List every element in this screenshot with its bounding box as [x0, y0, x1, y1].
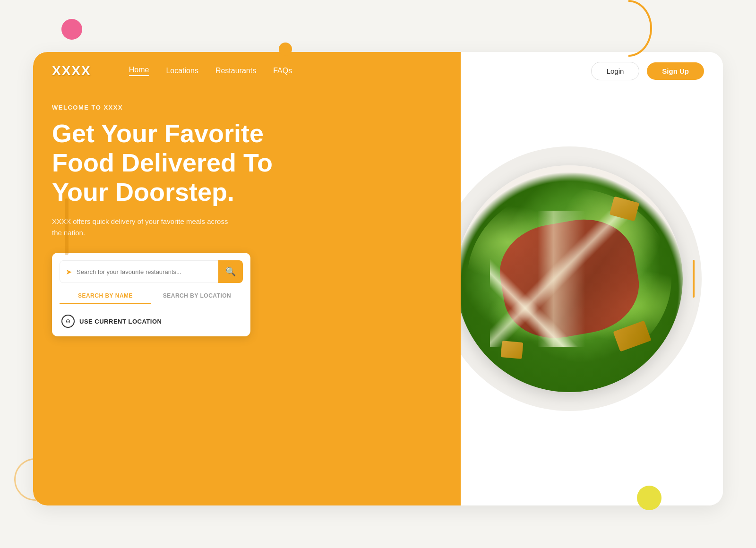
crouton-3: [500, 341, 523, 359]
nav-actions: Login Sign Up: [591, 62, 704, 80]
welcome-text: WELCOME TO XXXX: [52, 104, 326, 111]
signup-button[interactable]: Sign Up: [647, 62, 704, 80]
nav-locations[interactable]: Locations: [166, 67, 198, 75]
location-target-icon: ⊙: [61, 315, 75, 328]
accent-bar: [65, 198, 69, 255]
orange-dot-decoration: [279, 43, 292, 56]
salad-dressing: [490, 211, 649, 347]
nav-faqs[interactable]: FAQs: [273, 67, 292, 75]
food-plate-container: [437, 146, 702, 411]
use-current-location-row[interactable]: ⊙ USE CURRENT LOCATION: [60, 310, 243, 333]
nav-home[interactable]: Home: [129, 66, 149, 76]
scroll-indicator: [693, 260, 695, 298]
search-container: ➤ 🔍 SEARCH BY NAME SEARCH BY LOCATION ⊙ …: [52, 253, 250, 336]
hero-subtitle: XXXX offers quick delivery of your favor…: [52, 216, 232, 239]
nav-links: Home Locations Restaurants FAQs: [129, 66, 292, 76]
search-input-row: ➤ 🔍: [60, 260, 243, 283]
hero-title: Get Your Favorite Food Delivered To Your…: [52, 119, 326, 206]
search-input-wrapper: ➤: [60, 260, 218, 283]
main-card: XXXX Home Locations Restaurants FAQs Log…: [33, 52, 723, 505]
search-tabs: SEARCH BY NAME SEARCH BY LOCATION: [60, 289, 243, 304]
logo-area: XXXX: [52, 63, 91, 78]
yellow-circle-decoration: [637, 486, 662, 510]
food-image: [456, 165, 683, 392]
search-button[interactable]: 🔍: [218, 260, 243, 283]
location-arrow-icon: ➤: [66, 267, 72, 276]
tab-search-by-location[interactable]: SEARCH BY LOCATION: [151, 289, 243, 304]
search-magnifier-icon: 🔍: [225, 266, 236, 277]
logo-text: XXXX: [52, 63, 91, 78]
use-location-label: USE CURRENT LOCATION: [79, 318, 162, 325]
pink-circle-decoration: [61, 19, 82, 40]
login-button[interactable]: Login: [591, 62, 640, 80]
navbar: XXXX Home Locations Restaurants FAQs Log…: [33, 52, 723, 90]
hero-content: WELCOME TO XXXX Get Your Favorite Food D…: [52, 94, 326, 346]
search-input[interactable]: [77, 268, 212, 275]
orange-arc-decoration: [605, 0, 652, 57]
nav-restaurants[interactable]: Restaurants: [215, 67, 256, 75]
tab-search-by-name[interactable]: SEARCH BY NAME: [60, 289, 151, 304]
